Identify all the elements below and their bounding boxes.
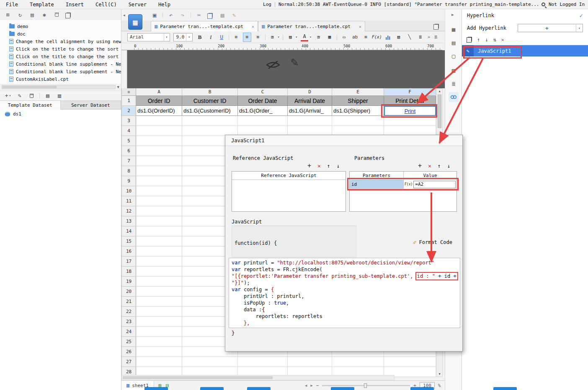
delete-reference-icon[interactable]: ✕	[317, 163, 321, 169]
add-parameter-icon[interactable]: +	[418, 162, 422, 169]
copy-icon[interactable]	[207, 11, 214, 19]
parameter-value-input[interactable]: =A2	[413, 181, 456, 188]
cell-A14[interactable]	[136, 226, 182, 236]
edit-pencil-icon[interactable]: ✎	[462, 45, 474, 56]
add-dataset-button[interactable]: +▾	[4, 92, 12, 100]
chevron-down-icon[interactable]: ▼	[117, 85, 119, 89]
cell-A5[interactable]	[136, 136, 182, 146]
cell-F2[interactable]: Print	[384, 106, 436, 116]
row-header-8[interactable]: 8	[122, 166, 136, 176]
sort-icon[interactable]: ⇅	[493, 37, 496, 43]
align-center-button[interactable]: ≡	[243, 33, 251, 41]
row-header-6[interactable]: 6	[122, 146, 136, 156]
cell-A11[interactable]	[136, 196, 182, 206]
taskbar-item[interactable]	[144, 387, 168, 390]
menu-server[interactable]: Server	[123, 2, 152, 8]
row-header-2[interactable]: 2	[122, 106, 136, 116]
row-header-26[interactable]: 26	[122, 347, 136, 357]
row-header-16[interactable]: 16	[122, 246, 136, 257]
dataset-item[interactable]: ds1	[0, 110, 121, 118]
row-header-3[interactable]: 3	[122, 116, 136, 126]
row-header-10[interactable]: 10	[122, 186, 136, 196]
row-header-23[interactable]: 23	[122, 317, 136, 327]
parameter-value-cell[interactable]: F(x)=A2	[404, 180, 456, 189]
horizontal-scrollbar[interactable]	[2, 85, 116, 89]
cut-icon[interactable]: ✂	[195, 11, 203, 19]
font-family-select[interactable]: Arial ▾	[127, 33, 170, 41]
float-element-icon[interactable]: ▢	[449, 51, 459, 61]
row-header-25[interactable]: 25	[122, 337, 136, 347]
align-right-button[interactable]: ≡	[254, 33, 262, 41]
row-header-19[interactable]: 19	[122, 277, 136, 287]
row-header-20[interactable]: 20	[122, 287, 136, 297]
edit-pencil-icon[interactable]: ✎	[291, 54, 298, 69]
taskbar-item[interactable]	[200, 387, 224, 390]
cell-A17[interactable]	[136, 257, 182, 267]
row-header-17[interactable]: 17	[122, 257, 136, 267]
cell-B27[interactable]	[182, 357, 238, 367]
parameter-up-icon[interactable]: ↑	[438, 163, 441, 169]
cell-A3[interactable]	[136, 116, 182, 126]
cell-C3[interactable]	[238, 116, 288, 126]
cell-A22[interactable]	[136, 307, 182, 317]
col-header-A[interactable]: A	[136, 88, 182, 96]
tree-item[interactable]: Change the cell alignment by using new v	[0, 38, 121, 45]
reference-up-icon[interactable]: ↑	[327, 163, 330, 169]
taskbar-item[interactable]	[410, 387, 434, 390]
tree-item[interactable]: Click on the title to change the sort or	[0, 45, 121, 53]
close-icon[interactable]: ✕	[359, 24, 361, 29]
cell-D2[interactable]: ds1.G(Arrival_	[288, 106, 332, 116]
close-icon[interactable]: ✕	[252, 24, 254, 29]
confirm-check-icon[interactable]: ✓	[580, 12, 583, 19]
cell-A23[interactable]	[136, 317, 182, 327]
tree-item[interactable]: Conditional blank line supplement - Neth	[0, 60, 121, 68]
redo-icon[interactable]: ↷	[179, 11, 186, 19]
zoom-slider[interactable]	[322, 385, 410, 386]
row-header-1[interactable]: 1	[122, 96, 136, 106]
row-header-22[interactable]: 22	[122, 307, 136, 317]
expand-panel-icon[interactable]: ▶	[451, 13, 454, 17]
cell-A4[interactable]	[136, 126, 182, 136]
parameter-name-cell[interactable]: id	[350, 180, 404, 189]
cell-F1[interactable]: Print Detail	[384, 96, 436, 106]
delete-parameter-icon[interactable]: ✕	[428, 163, 431, 169]
row-header-11[interactable]: 11	[122, 196, 136, 206]
cell-E3[interactable]	[332, 116, 384, 126]
tree-item[interactable]: Conditional blank line supplement - Neth	[0, 68, 121, 75]
cell-C27[interactable]	[238, 357, 288, 367]
border-icon[interactable]: ⊞	[315, 33, 322, 41]
expand-toolbar-icon[interactable]: »	[428, 34, 431, 40]
login-button[interactable]: Not Logged In	[549, 2, 585, 7]
parameter-row[interactable]: idF(x)=A2	[350, 180, 456, 189]
cell-C1[interactable]: Order Date	[238, 96, 288, 106]
refresh-icon[interactable]: ↻	[16, 11, 24, 18]
menu-help[interactable]: Help	[152, 2, 176, 8]
format-code-button[interactable]: ✐ Format Code	[413, 239, 452, 246]
taskbar-item[interactable]	[493, 387, 517, 390]
subreport-icon[interactable]: ≣	[417, 33, 424, 41]
cell-style-icon[interactable]: ▦	[326, 33, 333, 41]
tab-server-dataset[interactable]: Server Dataset	[61, 100, 121, 110]
more-tools-icon[interactable]: ≣	[434, 34, 437, 40]
new-report-icon[interactable]: ⊞	[4, 11, 12, 18]
next-sheet-icon[interactable]: ▶	[310, 383, 312, 387]
cell-A7[interactable]	[136, 156, 182, 166]
cell-A27[interactable]	[136, 357, 182, 367]
cell-A9[interactable]	[136, 176, 182, 186]
zoom-out-button[interactable]: −	[316, 383, 319, 388]
cell-E27[interactable]	[332, 357, 384, 367]
cell-B3[interactable]	[182, 116, 238, 126]
cell-F27[interactable]	[384, 357, 436, 367]
tree-item[interactable]: demo	[0, 23, 121, 30]
col-header-D[interactable]: D	[288, 88, 332, 96]
image-icon[interactable]: ▧	[395, 33, 402, 41]
cell-A8[interactable]	[136, 166, 182, 176]
doc-tab[interactable]: ▦Parameter tran...-template.cpt✕	[258, 21, 365, 31]
reference-down-icon[interactable]: ↓	[337, 163, 340, 169]
add-reference-icon[interactable]: +	[307, 162, 311, 169]
row-header-27[interactable]: 27	[122, 357, 136, 367]
tree-item[interactable]: Click on the title to change the sort or	[0, 53, 121, 60]
underline-button[interactable]: U	[218, 33, 225, 41]
restore-window-icon[interactable]	[435, 24, 439, 28]
cell-A24[interactable]	[136, 327, 182, 337]
